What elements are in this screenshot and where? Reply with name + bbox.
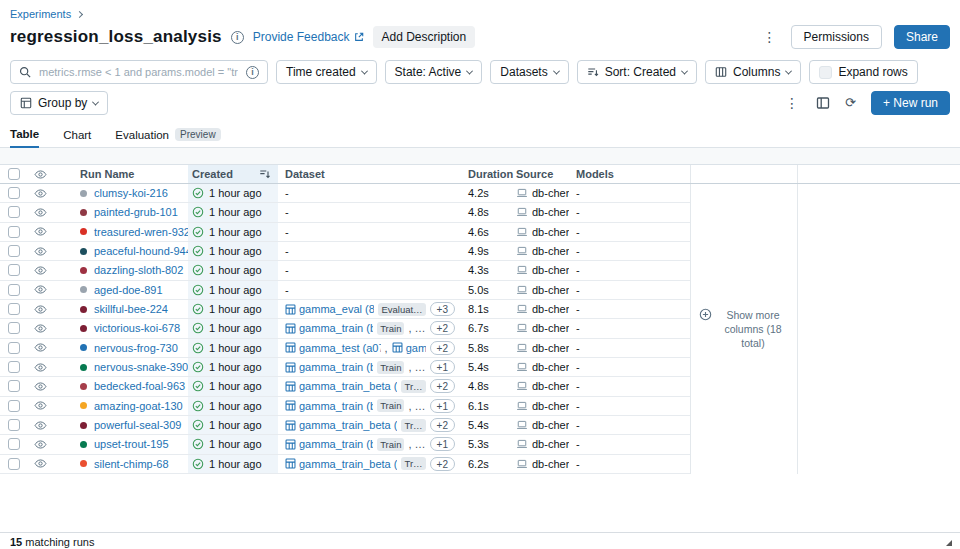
dataset-more-pill[interactable]: +3 xyxy=(430,302,455,316)
tab-evaluation[interactable]: Evaluation Preview xyxy=(115,126,220,147)
row-visibility-toggle[interactable] xyxy=(28,281,62,299)
table-row[interactable]: upset-trout-1951 hour agogamma_train (b0… xyxy=(0,435,690,454)
search-box[interactable]: i xyxy=(10,60,268,84)
run-name-link[interactable]: powerful-seal-309 xyxy=(94,419,181,431)
select-all-checkbox[interactable] xyxy=(8,168,20,180)
row-checkbox[interactable] xyxy=(8,284,20,296)
columns-dropdown[interactable]: Columns xyxy=(705,60,801,84)
dataset-more-pill[interactable]: +2 xyxy=(430,457,455,471)
row-checkbox[interactable] xyxy=(8,187,20,199)
new-run-button[interactable]: + New run xyxy=(871,91,950,115)
table-row[interactable]: silent-chimp-681 hour agogamma_train_bet… xyxy=(0,455,690,474)
source-cell[interactable]: db-chen… xyxy=(509,261,569,279)
info-icon[interactable]: i xyxy=(231,31,244,44)
table-row[interactable]: skillful-bee-2241 hour agogamma_eval (80… xyxy=(0,300,690,319)
source-cell[interactable]: db-chen… xyxy=(509,455,569,473)
dataset-link[interactable]: gamma_train (b06b137d) xyxy=(285,361,373,373)
show-more-columns-button[interactable]: Show more columns (18 total) xyxy=(690,184,798,474)
row-visibility-toggle[interactable] xyxy=(28,435,62,453)
row-checkbox[interactable] xyxy=(8,245,20,257)
permissions-button[interactable]: Permissions xyxy=(791,25,882,49)
row-checkbox[interactable] xyxy=(8,264,20,276)
table-row[interactable]: victorious-koi-6781 hour agogamma_train … xyxy=(0,319,690,338)
share-button[interactable]: Share xyxy=(894,25,950,49)
row-visibility-toggle[interactable] xyxy=(28,184,62,202)
source-cell[interactable]: db-chen… xyxy=(509,358,569,376)
overflow-menu-icon[interactable]: ⋮ xyxy=(761,30,779,44)
filter-time-created[interactable]: Time created xyxy=(276,60,377,84)
expand-rows-toggle[interactable]: Expand rows xyxy=(809,60,917,84)
dataset-more-pill[interactable]: +2 xyxy=(430,321,455,335)
row-checkbox[interactable] xyxy=(8,303,20,315)
row-visibility-toggle[interactable] xyxy=(28,203,62,221)
source-cell[interactable]: db-chen… xyxy=(509,242,569,260)
run-name-link[interactable]: nervous-frog-730 xyxy=(94,342,178,354)
group-by-dropdown[interactable]: Group by xyxy=(10,91,108,115)
run-name-link[interactable]: dazzling-sloth-802 xyxy=(94,264,183,276)
dataset-link[interactable]: gamma_train (b06b137d) xyxy=(285,322,373,334)
table-row[interactable]: powerful-seal-3091 hour agogamma_train_b… xyxy=(0,416,690,435)
source-cell[interactable]: db-chen… xyxy=(509,435,569,453)
row-checkbox[interactable] xyxy=(8,458,20,470)
dataset-link[interactable]: gam… xyxy=(392,342,426,354)
run-name-link[interactable]: victorious-koi-678 xyxy=(94,322,180,334)
table-overflow-menu-icon[interactable]: ⋮ xyxy=(783,96,801,110)
source-cell[interactable]: db-chen… xyxy=(509,339,569,357)
dataset-more-pill[interactable]: +1 xyxy=(430,437,455,451)
source-cell[interactable]: db-chen… xyxy=(509,300,569,318)
table-row[interactable]: painted-grub-1011 hour ago-4.8sdb-chen…- xyxy=(0,203,690,222)
row-visibility-toggle[interactable] xyxy=(28,261,62,279)
dataset-more-pill[interactable]: +1 xyxy=(430,399,455,413)
row-checkbox[interactable] xyxy=(8,438,20,450)
dataset-link[interactable]: gamma_test (a071fb47) xyxy=(285,342,381,354)
run-name-link[interactable]: bedecked-foal-963 xyxy=(94,380,185,392)
row-checkbox[interactable] xyxy=(8,380,20,392)
table-row[interactable]: peaceful-hound-9441 hour ago-4.9sdb-chen… xyxy=(0,242,690,261)
search-info-icon[interactable]: i xyxy=(246,66,259,79)
source-cell[interactable]: db-chen… xyxy=(509,223,569,241)
run-name-link[interactable]: amazing-goat-130 xyxy=(94,400,183,412)
run-name-link[interactable]: upset-trout-195 xyxy=(94,438,169,450)
header-models[interactable]: Models xyxy=(569,165,690,183)
header-visibility-cell[interactable] xyxy=(28,165,62,183)
provide-feedback-link[interactable]: Provide Feedback xyxy=(253,30,364,44)
source-cell[interactable]: db-chen… xyxy=(509,203,569,221)
dataset-link[interactable]: gamma_train_beta (d5ef20ed) xyxy=(285,419,397,431)
row-checkbox[interactable] xyxy=(8,226,20,238)
run-name-link[interactable]: peaceful-hound-944 xyxy=(94,245,188,257)
source-cell[interactable]: db-chen… xyxy=(509,281,569,299)
table-row[interactable]: bedecked-foal-9631 hour agogamma_train_b… xyxy=(0,377,690,396)
row-visibility-toggle[interactable] xyxy=(28,223,62,241)
run-name-link[interactable]: silent-chimp-68 xyxy=(94,458,169,470)
row-visibility-toggle[interactable] xyxy=(28,358,62,376)
table-row[interactable]: nervous-snake-3901 hour agogamma_train (… xyxy=(0,358,690,377)
row-visibility-toggle[interactable] xyxy=(28,416,62,434)
table-row[interactable]: dazzling-sloth-8021 hour ago-4.3sdb-chen… xyxy=(0,261,690,280)
source-cell[interactable]: db-chen… xyxy=(509,397,569,415)
run-name-link[interactable]: treasured-wren-932 xyxy=(94,226,188,238)
run-name-link[interactable]: nervous-snake-390 xyxy=(94,361,188,373)
source-cell[interactable]: db-chen… xyxy=(509,377,569,395)
refresh-icon[interactable]: ⟳ xyxy=(845,96,856,110)
tab-chart[interactable]: Chart xyxy=(63,127,91,147)
row-visibility-toggle[interactable] xyxy=(28,339,62,357)
dataset-more-pill[interactable]: +1 xyxy=(430,360,455,374)
row-visibility-toggle[interactable] xyxy=(28,242,62,260)
row-visibility-toggle[interactable] xyxy=(28,377,62,395)
header-run-name[interactable]: Run Name xyxy=(62,165,188,183)
header-source[interactable]: Source xyxy=(509,165,569,183)
header-created[interactable]: Created xyxy=(188,165,278,183)
dataset-more-pill[interactable]: +2 xyxy=(430,341,455,355)
row-checkbox[interactable] xyxy=(8,419,20,431)
add-description-button[interactable]: Add Description xyxy=(373,26,476,48)
source-cell[interactable]: db-chen… xyxy=(509,416,569,434)
row-checkbox[interactable] xyxy=(8,322,20,334)
header-dataset[interactable]: Dataset xyxy=(278,165,461,183)
row-checkbox[interactable] xyxy=(8,400,20,412)
table-row[interactable]: nervous-frog-7301 hour agogamma_test (a0… xyxy=(0,339,690,358)
tab-table[interactable]: Table xyxy=(10,126,39,148)
run-name-link[interactable]: aged-doe-891 xyxy=(94,284,163,296)
filter-datasets[interactable]: Datasets xyxy=(490,60,568,84)
breadcrumb-experiments-link[interactable]: Experiments xyxy=(10,8,71,20)
row-checkbox[interactable] xyxy=(8,342,20,354)
